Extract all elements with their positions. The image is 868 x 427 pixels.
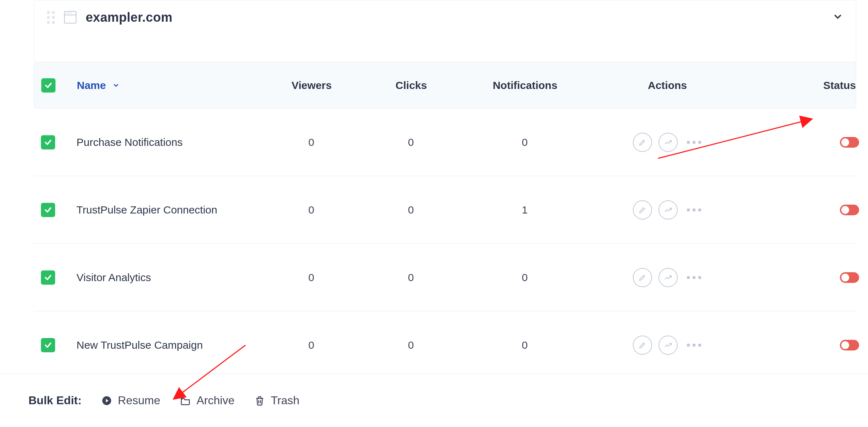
edit-button[interactable] (633, 200, 652, 220)
row-name[interactable]: Visitor Analytics (76, 272, 261, 284)
row-viewers: 0 (308, 204, 314, 216)
row-name[interactable]: Purchase Notifications (76, 136, 261, 148)
pencil-icon (638, 341, 647, 349)
chevron-down-icon (832, 11, 843, 22)
check-icon (44, 341, 52, 349)
folder-open-icon (180, 395, 191, 406)
row-actions (633, 133, 701, 152)
analytics-button[interactable] (658, 133, 678, 152)
status-toggle[interactable] (840, 340, 859, 350)
status-toggle[interactable] (840, 272, 859, 283)
row-actions (633, 268, 701, 287)
row-name[interactable]: New TrustPulse Campaign (76, 339, 261, 351)
more-button[interactable] (687, 141, 701, 144)
more-button[interactable] (687, 209, 701, 211)
bulk-trash-button[interactable]: Trash (254, 394, 300, 407)
check-icon (44, 138, 52, 146)
row-clicks: 0 (408, 136, 414, 148)
bulk-trash-label: Trash (271, 394, 300, 407)
row-clicks: 0 (408, 204, 414, 216)
bulk-edit-bar: Bulk Edit: Resume Archive Trash (0, 374, 868, 427)
bulk-resume-button[interactable]: Resume (101, 394, 160, 407)
row-notifications: 0 (522, 136, 528, 148)
drag-handle-icon[interactable] (47, 11, 55, 24)
row-checkbox[interactable] (41, 338, 55, 352)
collapse-toggle[interactable] (832, 11, 843, 23)
site-card: exampler.com (34, 0, 856, 62)
table-row: TrustPulse Zapier Connection001 (34, 176, 856, 244)
edit-button[interactable] (633, 336, 652, 355)
analytics-icon (664, 341, 672, 349)
row-clicks: 0 (408, 272, 414, 284)
column-name-header[interactable]: Name (77, 79, 262, 91)
edit-button[interactable] (633, 268, 652, 287)
table-body: Purchase Notifications000TrustPulse Zapi… (34, 109, 856, 368)
bulk-archive-label: Archive (196, 394, 234, 407)
table-row: Visitor Analytics000 (34, 244, 856, 311)
more-button[interactable] (687, 276, 701, 279)
row-notifications: 0 (522, 339, 528, 351)
row-clicks: 0 (408, 339, 414, 351)
site-window-icon (64, 11, 76, 23)
row-notifications: 1 (522, 204, 528, 216)
analytics-icon (664, 273, 672, 282)
column-clicks-header: Clicks (396, 79, 427, 91)
select-all-checkbox[interactable] (41, 78, 55, 93)
column-name-label: Name (77, 79, 106, 91)
column-notifications-header: Notifications (493, 79, 557, 91)
analytics-button[interactable] (658, 200, 678, 220)
check-icon (44, 81, 52, 89)
pencil-icon (638, 138, 647, 147)
more-button[interactable] (687, 344, 701, 347)
analytics-button[interactable] (658, 336, 678, 355)
row-viewers: 0 (308, 136, 314, 148)
analytics-icon (664, 206, 672, 214)
pencil-icon (638, 273, 647, 282)
analytics-button[interactable] (658, 268, 678, 287)
table-row: New TrustPulse Campaign000 (34, 311, 856, 379)
row-notifications: 0 (522, 272, 528, 284)
row-actions (633, 336, 701, 355)
column-viewers-header: Viewers (292, 79, 332, 91)
status-toggle[interactable] (840, 205, 859, 215)
site-title: exampler.com (86, 10, 173, 25)
row-viewers: 0 (308, 272, 314, 284)
trash-icon (254, 395, 265, 406)
sort-icon (112, 79, 120, 91)
bulk-edit-label: Bulk Edit: (28, 394, 81, 407)
table-header: Name Viewers Clicks Notifications Action… (34, 62, 856, 109)
play-circle-icon (101, 395, 112, 406)
row-actions (633, 200, 701, 220)
table-row: Purchase Notifications000 (34, 109, 856, 176)
row-checkbox[interactable] (41, 270, 55, 285)
row-checkbox[interactable] (41, 135, 55, 149)
analytics-icon (664, 138, 672, 147)
row-checkbox[interactable] (41, 203, 55, 217)
row-viewers: 0 (308, 339, 314, 351)
column-status-header: Status (823, 79, 859, 91)
check-icon (44, 274, 52, 281)
edit-button[interactable] (633, 133, 652, 152)
status-toggle[interactable] (840, 137, 859, 148)
pencil-icon (638, 206, 647, 214)
bulk-archive-button[interactable]: Archive (180, 394, 234, 407)
bulk-resume-label: Resume (118, 394, 160, 407)
row-name[interactable]: TrustPulse Zapier Connection (76, 204, 261, 216)
column-actions-header: Actions (648, 79, 687, 91)
check-icon (44, 206, 52, 214)
